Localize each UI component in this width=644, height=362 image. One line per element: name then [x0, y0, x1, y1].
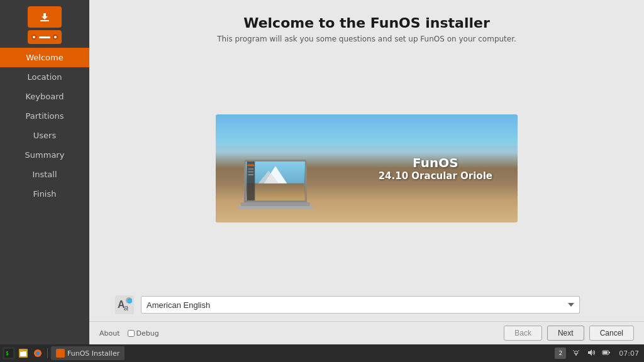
cancel-button[interactable]: Cancel	[589, 326, 634, 341]
terminal-svg: $	[4, 349, 13, 358]
svg-rect-25	[609, 352, 610, 353]
svg-rect-5	[247, 162, 255, 200]
taskbar: $ FunOS Installer 2	[0, 344, 644, 362]
language-svg-icon: A a 🌐	[115, 295, 134, 314]
banner-laptop	[235, 160, 316, 216]
svg-rect-6	[247, 165, 254, 167]
sidebar-item-install[interactable]: Install	[0, 165, 89, 184]
svg-rect-8	[248, 172, 253, 173]
sidebar: Welcome Location Keyboard Partitions Use…	[0, 0, 89, 344]
language-select[interactable]: American English English (UK) Français D…	[141, 296, 580, 314]
svg-text:a: a	[124, 303, 128, 312]
firefox-svg	[33, 349, 42, 358]
taskbar-tray	[570, 348, 613, 358]
svg-point-21	[36, 351, 40, 355]
conn-line	[39, 36, 50, 38]
content-body: FunOS 24.10 Oracular Oriole	[89, 48, 644, 288]
battery-tray-icon[interactable]	[600, 348, 613, 358]
laptop-screen	[244, 160, 307, 202]
sidebar-item-partitions[interactable]: Partitions	[0, 106, 89, 126]
taskbar-funos-installer[interactable]: FunOS Installer	[51, 346, 125, 360]
sidebar-item-finish[interactable]: Finish	[0, 184, 89, 204]
taskbar-clock: 07:07	[616, 349, 641, 358]
svg-rect-18	[20, 351, 26, 356]
bottom-left: About Debug	[99, 329, 159, 337]
conn-dot-left	[31, 35, 36, 40]
sidebar-item-summary[interactable]: Summary	[0, 145, 89, 165]
taskbar-installer-icon	[56, 349, 65, 358]
conn-dot-right	[53, 35, 58, 40]
volume-tray-icon[interactable]	[585, 348, 597, 358]
about-link[interactable]: About	[99, 329, 120, 337]
sidebar-item-welcome[interactable]: Welcome	[0, 48, 89, 67]
language-icon: A a 🌐	[114, 295, 135, 315]
taskbar-apps: $ FunOS Installer	[3, 346, 125, 360]
sidebar-item-keyboard[interactable]: Keyboard	[0, 87, 89, 106]
taskbar-firefox-icon[interactable]	[31, 347, 44, 359]
sidebar-item-location[interactable]: Location	[0, 67, 89, 87]
language-row: A a 🌐 American English English (UK) Fran…	[89, 288, 605, 321]
page-title: Welcome to the FunOS installer	[114, 15, 619, 31]
svg-text:$: $	[6, 351, 9, 356]
banner-os-name: FunOS	[379, 155, 492, 170]
taskbar-terminal-icon[interactable]: $	[3, 347, 15, 359]
sidebar-icon-area	[0, 0, 89, 48]
laptop-screen-content	[246, 162, 305, 200]
desktop-switcher-btn[interactable]: 2	[555, 348, 566, 359]
back-button[interactable]: Back	[504, 326, 542, 341]
svg-rect-0	[40, 20, 49, 21]
bottom-bar: About Debug Back Next Cancel	[89, 321, 644, 344]
download-icon	[38, 11, 51, 23]
page-subtitle: This program will ask you some questions…	[114, 35, 619, 43]
svg-rect-9	[248, 174, 253, 175]
svg-rect-7	[248, 168, 253, 170]
content-header: Welcome to the FunOS installer This prog…	[89, 0, 644, 48]
banner-text-overlay: FunOS 24.10 Oracular Oriole	[379, 155, 492, 182]
network-tray-icon[interactable]	[570, 348, 582, 358]
taskbar-files-icon[interactable]	[17, 347, 30, 359]
next-button[interactable]: Next	[547, 326, 584, 341]
laptop-bottom	[238, 206, 313, 209]
taskbar-installer-label: FunOS Installer	[67, 349, 119, 358]
debug-checkbox[interactable]	[128, 330, 135, 337]
os-banner: FunOS 24.10 Oracular Oriole	[216, 114, 518, 222]
svg-point-22	[575, 354, 577, 356]
svg-text:🌐: 🌐	[127, 298, 133, 304]
files-svg	[19, 349, 28, 358]
debug-label[interactable]: Debug	[128, 329, 159, 337]
sidebar-nav: Welcome Location Keyboard Partitions Use…	[0, 48, 89, 204]
svg-rect-19	[20, 350, 23, 352]
svg-rect-2	[247, 184, 304, 200]
install-icon	[28, 6, 62, 28]
connection-bar-icon	[28, 30, 62, 44]
svg-rect-26	[603, 351, 608, 354]
bottom-right-buttons: Back Next Cancel	[504, 326, 634, 341]
sidebar-item-users[interactable]: Users	[0, 126, 89, 145]
banner-os-version: 24.10 Oracular Oriole	[379, 170, 492, 182]
svg-marker-23	[588, 349, 592, 356]
taskbar-separator	[47, 348, 48, 358]
taskbar-right: 2	[555, 348, 641, 359]
content-area: Welcome to the FunOS installer This prog…	[89, 0, 644, 344]
screen-svg	[246, 162, 305, 200]
